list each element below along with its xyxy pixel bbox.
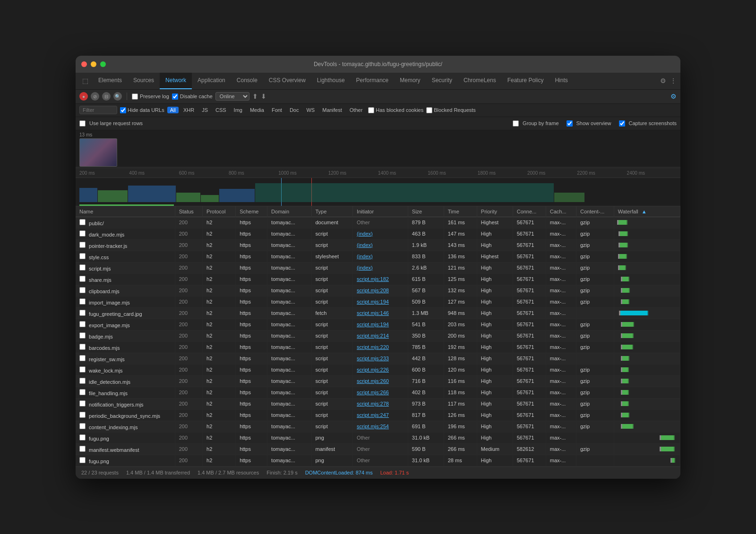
filter-tag-media[interactable]: Media [247,107,267,113]
cell-initiator[interactable]: script.mjs:182 [353,273,408,285]
row-select-checkbox[interactable] [79,446,86,452]
table-row[interactable]: script.mjs 200h2httpstomayac...script(in… [76,262,680,273]
row-select-checkbox[interactable] [79,366,86,373]
minimize-button[interactable] [91,61,96,67]
table-row[interactable]: fugu.png 200h2httpstomayac...pngOther31.… [76,432,680,443]
record-button[interactable]: ● [79,92,88,101]
row-select-checkbox[interactable] [79,355,86,361]
row-select-checkbox[interactable] [79,423,86,429]
tab-hints[interactable]: Hints [549,73,573,90]
table-row[interactable]: import_image.mjs 200h2httpstomayac...scr… [76,296,680,307]
has-blocked-cookies-checkbox[interactable]: Has blocked cookies [368,107,423,113]
col-header-content[interactable]: Content-... [576,206,614,217]
col-header-time[interactable]: Time [444,206,477,217]
tab-lighthouse[interactable]: Lighthouse [311,73,351,90]
filter-tag-other[interactable]: Other [347,107,366,113]
timeline-graph[interactable] [76,178,680,206]
cell-initiator[interactable]: script.mjs:194 [353,296,408,307]
row-select-checkbox[interactable] [79,412,86,418]
col-header-status[interactable]: Status [175,206,202,217]
row-select-checkbox[interactable] [79,276,86,282]
filter-tag-xhr[interactable]: XHR [180,107,197,113]
table-row[interactable]: fugu.png 200h2httpstomayac...pngOther31.… [76,455,680,466]
table-row[interactable]: manifest.webmanifest 200h2httpstomayac..… [76,443,680,455]
cell-initiator[interactable]: (index) [353,251,408,262]
cell-initiator[interactable]: script.mjs:247 [353,409,408,421]
disable-cache-checkbox[interactable]: Disable cache [172,93,213,100]
tab-application[interactable]: Application [192,73,231,90]
table-row[interactable]: clipboard.mjs 200h2httpstomayac...script… [76,285,680,296]
row-select-checkbox[interactable] [79,400,86,407]
col-header-cache[interactable]: Cach... [546,206,576,217]
tab-performance[interactable]: Performance [351,73,395,90]
network-settings-icon[interactable]: ⚙ [670,93,677,100]
table-row[interactable]: share.mjs 200h2httpstomayac...scriptscri… [76,273,680,285]
cell-initiator[interactable]: script.mjs:214 [353,330,408,341]
screenshot-thumbnail[interactable] [79,138,117,167]
tab-chromelens[interactable]: ChromeLens [458,73,502,90]
col-header-scheme[interactable]: Scheme [236,206,267,217]
close-button[interactable] [81,61,87,67]
table-row[interactable]: fugu_greeting_card.jpg 200h2httpstomayac… [76,307,680,319]
tab-security[interactable]: Security [426,73,458,90]
cell-initiator[interactable]: (index) [353,262,408,273]
cell-initiator[interactable]: script.mjs:278 [353,398,408,409]
col-header-name[interactable]: Name [76,206,175,217]
filter-tag-css[interactable]: CSS [213,107,229,113]
tab-network[interactable]: Network [160,73,192,90]
row-select-checkbox[interactable] [79,219,86,225]
row-select-checkbox[interactable] [79,378,86,384]
export-icon[interactable]: ⬇ [261,93,266,100]
capture-screenshots-option[interactable]: Capture screenshots [619,120,677,127]
filter-tag-font[interactable]: Font [269,107,285,113]
settings-icon[interactable]: ⚙ [660,77,666,85]
cell-initiator[interactable]: script.mjs:208 [353,285,408,296]
cell-initiator[interactable]: script.mjs:146 [353,307,408,319]
row-select-checkbox[interactable] [79,230,86,237]
row-select-checkbox[interactable] [79,242,86,248]
throttle-select[interactable]: Online Fast 3G Slow 3G Offline [215,92,249,101]
cell-initiator[interactable]: script.mjs:220 [353,341,408,353]
col-header-connection[interactable]: Conne... [513,206,546,217]
filter-tag-doc[interactable]: Doc [287,107,302,113]
table-row[interactable]: barcodes.mjs 200h2httpstomayac...scripts… [76,341,680,353]
table-row[interactable]: public/ 200h2httpstomayac...documentOthe… [76,217,680,228]
show-overview-option[interactable]: Show overview [567,120,611,127]
table-row[interactable]: wake_lock.mjs 200h2httpstomayac...script… [76,364,680,375]
row-select-checkbox[interactable] [79,253,86,259]
search-button[interactable]: 🔍 [113,92,122,101]
cell-initiator[interactable]: script.mjs:194 [353,319,408,330]
filter-tag-img[interactable]: Img [231,107,245,113]
cell-initiator[interactable]: script.mjs:226 [353,364,408,375]
filter-tag-manifest[interactable]: Manifest [319,107,345,113]
table-row[interactable]: file_handling.mjs 200h2httpstomayac...sc… [76,387,680,398]
cell-initiator[interactable]: script.mjs:266 [353,387,408,398]
filter-toggle-button[interactable]: ⊟ [102,92,111,101]
col-header-size[interactable]: Size [408,206,444,217]
table-row[interactable]: style.css 200h2httpstomayac...stylesheet… [76,251,680,262]
table-row[interactable]: content_indexing.mjs 200h2httpstomayac..… [76,421,680,432]
table-row[interactable]: badge.mjs 200h2httpstomayac...scriptscri… [76,330,680,341]
cell-initiator[interactable]: (index) [353,239,408,251]
preserve-log-checkbox[interactable]: Preserve log [132,93,169,100]
row-select-checkbox[interactable] [79,389,86,395]
row-select-checkbox[interactable] [79,321,86,327]
row-select-checkbox[interactable] [79,457,86,463]
maximize-button[interactable] [100,61,106,67]
hide-data-urls-checkbox[interactable]: Hide data URLs [120,107,164,113]
table-row[interactable]: export_image.mjs 200h2httpstomayac...scr… [76,319,680,330]
more-options-icon[interactable]: ⋮ [670,77,677,85]
filter-tag-all[interactable]: All [167,107,179,113]
row-select-checkbox[interactable] [79,310,86,316]
row-select-checkbox[interactable] [79,332,86,339]
cell-initiator[interactable]: script.mjs:254 [353,421,408,432]
tab-sources[interactable]: Sources [128,73,160,90]
cell-initiator[interactable]: script.mjs:233 [353,353,408,364]
table-row[interactable]: notification_triggers.mjs 200h2httpstoma… [76,398,680,409]
row-select-checkbox[interactable] [79,298,86,305]
tab-css-overview[interactable]: CSS Overview [263,73,311,90]
table-row[interactable]: pointer-tracker.js 200h2httpstomayac...s… [76,239,680,251]
tab-console[interactable]: Console [231,73,263,90]
large-rows-option[interactable]: Use large request rows [79,120,143,127]
col-header-initiator[interactable]: Initiator [353,206,408,217]
